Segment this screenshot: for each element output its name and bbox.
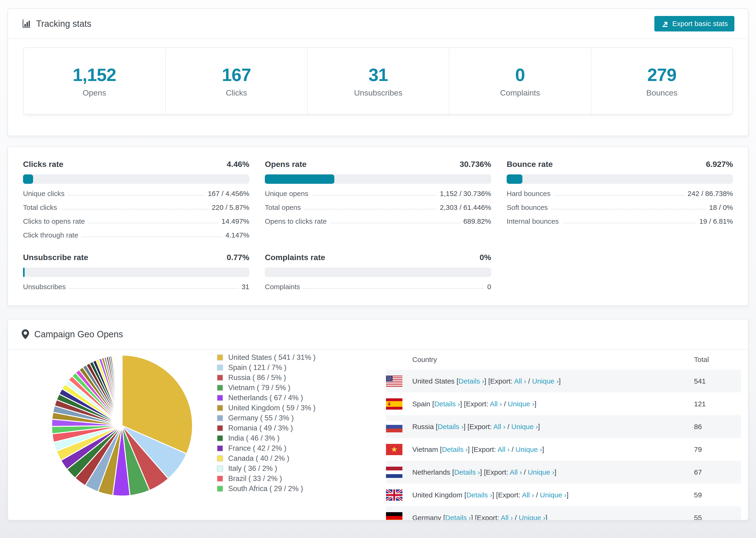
- details-link[interactable]: Details ›: [459, 377, 484, 385]
- legend-swatch: [217, 445, 223, 452]
- legend-label: Netherlands ( 67 / 4% ): [228, 394, 303, 402]
- rate-title: Bounce rate: [507, 160, 553, 169]
- legend-item-canada[interactable]: Canada ( 40 / 2% ): [217, 453, 315, 463]
- legend-swatch: [217, 415, 223, 421]
- table-row-spain: Spain [Details ›] [Export: All › / Uniqu…: [386, 393, 741, 415]
- details-link[interactable]: Details ›: [454, 468, 480, 476]
- country-name: Vietnam: [412, 446, 438, 453]
- geo-pie-legend: United States ( 541 / 31% ) Spain ( 121 …: [217, 352, 315, 494]
- progress-fill: [265, 174, 334, 184]
- rate-row: Total clicks220 / 5.87%: [23, 203, 249, 211]
- dotted-leader: [304, 209, 436, 209]
- legend-label: India ( 46 / 3% ): [228, 434, 280, 443]
- legend-item-russia[interactable]: Russia ( 86 / 5% ): [217, 372, 315, 383]
- export-all-link[interactable]: All ›: [490, 400, 502, 408]
- dotted-leader: [68, 195, 204, 195]
- legend-item-germany[interactable]: Germany ( 55 / 3% ): [217, 413, 315, 423]
- rate-row-value: 1,152 / 30.736%: [440, 190, 491, 198]
- details-link[interactable]: Details ›: [434, 400, 460, 408]
- complaints-rate-block: Complaints rate 0% Complaints0: [265, 253, 491, 291]
- bounce-rate-progressbar: [507, 174, 733, 184]
- export-all-link[interactable]: All ›: [510, 468, 522, 476]
- export-unique-link[interactable]: Unique ›: [528, 468, 554, 476]
- legend-item-italy[interactable]: Italy ( 36 / 2% ): [217, 463, 315, 473]
- stat-label: Opens: [82, 88, 106, 97]
- rate-row: Internal bounces19 / 6.81%: [507, 217, 733, 225]
- rate-row-label: Unsubscribes: [23, 283, 66, 291]
- country-total: 59: [694, 491, 741, 499]
- export-all-link[interactable]: All ›: [514, 377, 526, 385]
- export-basic-stats-button[interactable]: Export basic stats: [654, 16, 734, 31]
- dotted-leader: [60, 209, 208, 209]
- details-link[interactable]: Details ›: [445, 514, 471, 521]
- rate-row-value: 242 / 86.738%: [688, 190, 733, 198]
- legend-swatch: [217, 456, 223, 461]
- legend-item-netherlands[interactable]: Netherlands ( 67 / 4% ): [217, 393, 315, 403]
- campaign-geo-opens-card: Campaign Geo Opens United States ( 541 /…: [8, 319, 748, 520]
- rate-value: 30.736%: [460, 160, 491, 169]
- export-unique-link[interactable]: Unique ›: [515, 446, 542, 453]
- legend-item-france[interactable]: France ( 42 / 2% ): [217, 443, 315, 453]
- clicks-rate-block: Clicks rate 4.46% Unique clicks167 / 4.4…: [23, 160, 249, 239]
- table-row-germany: Germany [Details ›] [Export: All › / Uni…: [386, 506, 741, 520]
- legend-item-south-africa[interactable]: South Africa ( 29 / 2% ): [217, 484, 315, 494]
- legend-swatch: [217, 385, 223, 391]
- export-unique-link[interactable]: Unique ›: [508, 400, 534, 408]
- us-flag-icon: [386, 376, 403, 387]
- export-all-link[interactable]: All ›: [493, 423, 506, 430]
- map-pin-icon: [22, 329, 29, 339]
- country-total: 121: [694, 400, 741, 408]
- export-all-link[interactable]: All ›: [501, 514, 513, 521]
- opens-rate-progressbar: [265, 174, 491, 184]
- export-unique-link[interactable]: Unique ›: [532, 377, 559, 385]
- stat-value: 31: [369, 65, 388, 85]
- rate-row: Soft bounces18 / 0%: [507, 203, 733, 211]
- geo-body: United States ( 541 / 31% ) Spain ( 121 …: [8, 350, 748, 520]
- legend-item-united-states[interactable]: United States ( 541 / 31% ): [217, 352, 315, 362]
- table-row-united-states: United States [Details ›] [Export: All ›…: [386, 370, 741, 393]
- rate-row-label: Unique opens: [265, 190, 308, 198]
- export-all-link[interactable]: All ›: [498, 446, 510, 453]
- export-all-link[interactable]: All ›: [522, 491, 534, 499]
- legend-item-brazil[interactable]: Brazil ( 33 / 2% ): [217, 473, 315, 484]
- rate-row: Opens to clicks rate689.82%: [265, 217, 491, 225]
- legend-item-india[interactable]: India ( 46 / 3% ): [217, 433, 315, 443]
- export-unique-link[interactable]: Unique ›: [512, 423, 538, 430]
- legend-item-vietnam[interactable]: Vietnam ( 79 / 5% ): [217, 383, 315, 393]
- legend-item-united-kingdom[interactable]: United Kingdom ( 59 / 3% ): [217, 403, 315, 413]
- rate-row: Complaints0: [265, 283, 491, 291]
- uk-flag-icon: [386, 489, 403, 501]
- rate-row-label: Total opens: [265, 203, 301, 211]
- stat-label: Complaints: [500, 88, 540, 97]
- details-link[interactable]: Details ›: [442, 446, 468, 453]
- export-unique-link[interactable]: Unique ›: [519, 514, 545, 521]
- rate-row-value: 2,303 / 61.446%: [440, 203, 491, 211]
- details-link[interactable]: Details ›: [466, 491, 492, 499]
- legend-item-romania[interactable]: Romania ( 49 / 3% ): [217, 423, 315, 433]
- table-row-united-kingdom: United Kingdom [Details ›] [Export: All …: [386, 484, 741, 506]
- complaints-rate-progressbar: [265, 268, 491, 277]
- legend-label: Spain ( 121 / 7% ): [228, 363, 287, 372]
- rate-row-value: 220 / 5.87%: [212, 203, 249, 211]
- rate-row: Hard bounces242 / 86.738%: [507, 190, 733, 198]
- geo-section-title: Campaign Geo Opens: [34, 329, 123, 340]
- legend-swatch: [217, 425, 223, 431]
- progress-fill: [23, 268, 25, 277]
- netherlands-flag-icon: [386, 467, 403, 478]
- rate-row-label: Clicks to opens rate: [23, 217, 85, 225]
- legend-label: South Africa ( 29 / 2% ): [228, 484, 303, 493]
- export-unique-link[interactable]: Unique ›: [540, 491, 567, 499]
- legend-item-spain[interactable]: Spain ( 121 / 7% ): [217, 362, 315, 372]
- table-header: Country Total: [386, 350, 741, 370]
- details-link[interactable]: Details ›: [438, 423, 463, 430]
- bar-chart-icon: [22, 19, 31, 28]
- rate-row-value: 14.497%: [222, 217, 249, 225]
- legend-label: United Kingdom ( 59 / 3% ): [228, 404, 315, 412]
- table-row-vietnam: Vietnam [Details ›] [Export: All › / Uni…: [386, 438, 741, 461]
- dotted-leader: [88, 223, 218, 223]
- legend-swatch: [217, 375, 223, 381]
- legend-swatch: [217, 395, 223, 401]
- rate-value: 0%: [480, 253, 491, 262]
- progress-fill: [507, 174, 522, 184]
- legend-swatch: [217, 364, 223, 371]
